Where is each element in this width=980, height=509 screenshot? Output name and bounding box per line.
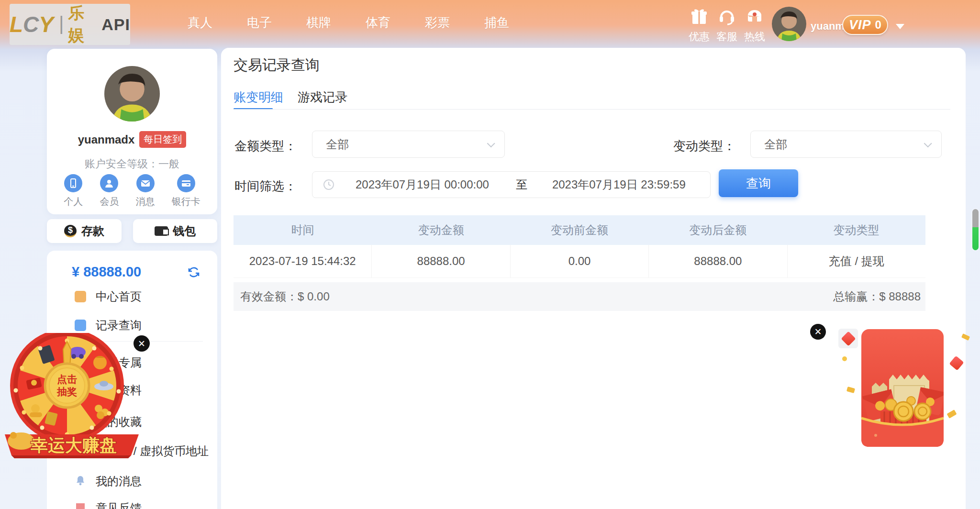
mini-envelope-tile[interactable] (838, 329, 858, 348)
shortcut-bankcard[interactable]: 银行卡 (172, 174, 200, 208)
quick-link-hotline[interactable]: 热线 (741, 7, 768, 44)
logo-divider: | (59, 13, 64, 34)
mail-icon (136, 174, 155, 192)
amount-type-label: 金额类型： (234, 138, 297, 155)
top-navigation: 真人 电子 棋牌 体育 彩票 捕鱼 (188, 0, 509, 45)
sidebar-item-label: 我的消息 (96, 474, 142, 489)
shortcut-label: 个人 (64, 195, 83, 208)
chevron-down-icon[interactable] (896, 24, 904, 29)
sidebar-item-feedback[interactable]: 意见反馈 (75, 500, 142, 509)
tab-account-changes[interactable]: 账变明细 (234, 89, 283, 106)
feedback-icon (75, 501, 86, 509)
quick-link-label: 客服 (716, 30, 737, 44)
daily-signin-badge[interactable]: 每日签到 (139, 131, 186, 148)
nav-item-fishing[interactable]: 捕鱼 (484, 14, 509, 31)
quick-link-service[interactable]: 客服 (713, 7, 741, 44)
sidebar-item-label: 意见反馈 (96, 500, 142, 509)
wallet-button[interactable]: 钱包 (133, 219, 217, 243)
chevron-down-icon (924, 139, 932, 147)
security-level-text: 账户安全等级：一般 (47, 157, 217, 171)
change-type-label: 变动类型： (673, 138, 735, 155)
change-type-value: 全部 (764, 137, 787, 152)
coin-icon: $ (64, 225, 77, 237)
lucky-wheel-promo[interactable]: 点击 抽奖 幸运大赚盘 (2, 333, 142, 461)
tab-game-records[interactable]: 游戏记录 (298, 89, 347, 106)
valid-amount: 有效金额：$ 0.00 (240, 289, 330, 304)
envelope-icon (841, 331, 856, 346)
nav-item-slots[interactable]: 电子 (247, 14, 272, 31)
headset-icon (717, 7, 736, 28)
nav-item-cards[interactable]: 棋牌 (306, 14, 331, 31)
query-button[interactable]: 查询 (719, 169, 798, 197)
deposit-label: 存款 (81, 223, 104, 239)
nav-item-lottery[interactable]: 彩票 (425, 14, 450, 31)
envelope-close-button[interactable]: ✕ (810, 324, 826, 340)
page-root: LCY | 乐娱 API 真人 电子 棋牌 体育 彩票 捕鱼 优惠 客服 热线 … (0, 0, 980, 509)
nav-item-live[interactable]: 真人 (188, 14, 212, 31)
table-header-row: 时间 变动金额 变动前金额 变动后金额 变动类型 (234, 215, 925, 245)
logo-letter: L (10, 11, 23, 37)
amount-type-select[interactable]: 全部 (312, 131, 505, 158)
vip-badge[interactable]: VIP 0 (842, 15, 888, 35)
column-header-change-amount: 变动金额 (372, 215, 510, 245)
chevron-down-icon (487, 139, 495, 147)
main-content-panel: 交易记录查询 账变明细 游戏记录 金额类型： 全部 变动类型： 全部 时间筛选：… (221, 48, 966, 509)
cell-before-amount: 0.00 (511, 245, 649, 277)
cell-time: 2023-07-19 15:44:32 (234, 245, 372, 277)
total-winloss: 总输赢：$ 88888 (833, 289, 921, 304)
sidebar-item-messages[interactable]: 我的消息 (75, 474, 142, 489)
wallet-label: 钱包 (173, 223, 196, 239)
deposit-button[interactable]: $ 存款 (47, 219, 122, 243)
end-datetime[interactable]: 2023年07月19日 23:59:59 (552, 177, 686, 192)
sidebar-item-home[interactable]: 中心首页 (75, 289, 142, 304)
wheel-banner-text: 幸运大赚盘 (31, 435, 117, 455)
wallet-icon (155, 226, 168, 236)
quick-link-promo[interactable]: 优惠 (685, 7, 713, 44)
profile-avatar[interactable] (104, 66, 160, 122)
vip-label: VIP (849, 18, 871, 33)
cell-change-amount: 88888.00 (372, 245, 510, 277)
cell-change-type: 充值 / 提现 (788, 245, 925, 277)
column-header-time: 时间 (234, 215, 372, 245)
amount-type-value: 全部 (326, 137, 349, 152)
sidebar-item-records[interactable]: 记录查询 (75, 318, 142, 333)
sidebar-item-label: 中心首页 (96, 289, 142, 304)
shortcut-personal[interactable]: 个人 (64, 174, 83, 208)
refresh-icon[interactable] (188, 266, 200, 278)
logo-api: API (101, 15, 130, 34)
cell-after-amount: 88888.00 (649, 245, 787, 277)
clock-icon (323, 179, 334, 190)
profile-username: yuanmadx (78, 133, 135, 146)
wheel-close-button[interactable]: ✕ (134, 335, 150, 352)
vip-level: 0 (875, 18, 881, 32)
quick-link-label: 优惠 (689, 30, 710, 44)
table-summary-row: 有效金额：$ 0.00 总输赢：$ 88888 (234, 282, 925, 311)
balance-row: ¥ 88888.00 (72, 264, 200, 280)
user-avatar[interactable] (772, 7, 806, 41)
change-type-select[interactable]: 全部 (750, 131, 942, 158)
shortcut-message[interactable]: 消息 (136, 174, 155, 208)
start-datetime[interactable]: 2023年07月19日 00:00:00 (356, 177, 489, 192)
tabs-divider (234, 109, 950, 110)
profile-shortcuts: 个人 会员 消息 银行卡 (47, 174, 217, 208)
time-filter-label: 时间筛选： (234, 178, 297, 195)
wheel-center-text-1: 点击 (57, 374, 77, 385)
column-header-before-amount: 变动前金额 (510, 215, 648, 245)
nav-item-sports[interactable]: 体育 (366, 14, 390, 31)
shortcut-member[interactable]: 会员 (100, 174, 119, 208)
scrollbar-thumb[interactable] (972, 209, 979, 250)
date-range-input[interactable]: 2023年07月19日 00:00:00 至 2023年07月19日 23:59… (312, 171, 711, 198)
site-logo[interactable]: LCY | 乐娱 API (10, 4, 130, 45)
clipboard-icon (75, 320, 86, 331)
date-range-separator: 至 (516, 177, 527, 192)
logo-letter: Y (39, 11, 54, 37)
home-icon (75, 291, 86, 302)
phone-hotline-icon (745, 7, 764, 28)
gift-icon (690, 7, 709, 28)
confetti-bit (842, 356, 847, 361)
close-icon: ✕ (814, 326, 822, 337)
red-envelope-promo[interactable] (861, 329, 944, 447)
table-row: 2023-07-19 15:44:32 88888.00 0.00 88888.… (234, 245, 925, 278)
transactions-table: 时间 变动金额 变动前金额 变动后金额 变动类型 2023-07-19 15:4… (234, 215, 925, 311)
phone-icon (64, 174, 82, 192)
